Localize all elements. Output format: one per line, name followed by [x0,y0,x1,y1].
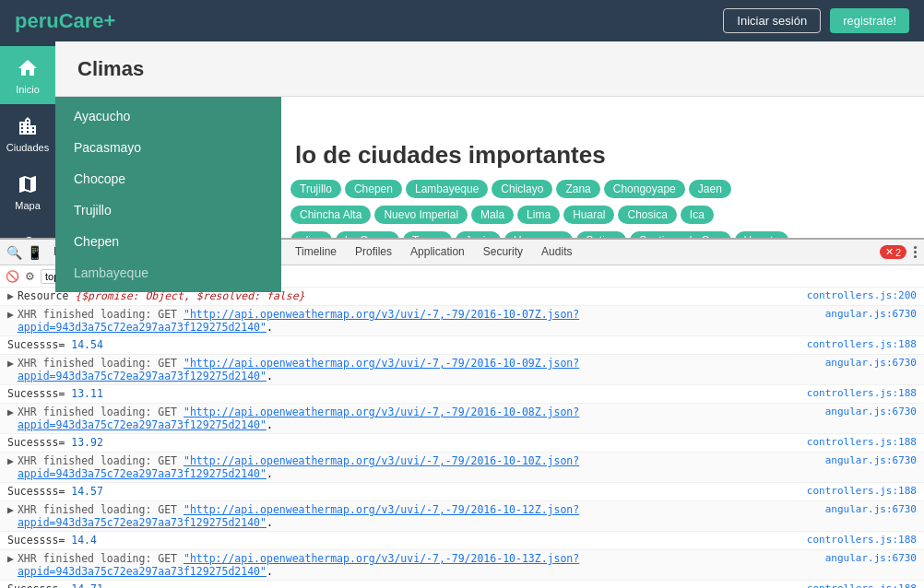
register-button[interactable]: registrate! [830,8,909,33]
chip-zana[interactable]: Zana [556,180,599,198]
sidebar-item-mapa[interactable]: Mapa [0,162,55,220]
tab-application[interactable]: Application [401,241,474,264]
log-source[interactable]: angular.js:6730 [825,454,917,466]
log-entry-success-1: Sucessss= 14.54 controllers.js:188 [0,336,924,355]
logo-suffix: + [104,9,116,32]
log-entry-success-3: Sucessss= 13.92 controllers.js:188 [0,434,924,453]
chip-chepen[interactable]: Chepen [345,180,402,198]
sidebar-item-ciudades-label: Ciudades [6,142,49,153]
login-button[interactable]: Iniciar sesión [723,8,821,33]
log-source[interactable]: controllers.js:188 [807,436,917,448]
console-log-area: ▶ Resource {$promise: Object, $resolved:… [0,288,924,588]
logo-prefix: peru [15,9,59,32]
sidebar-item-mapa-label: Mapa [15,200,41,211]
log-arrow[interactable]: ▶ [7,552,14,565]
chip-chincha-alta[interactable]: Chincha Alta [290,206,371,224]
log-entry-xhr-4: ▶ XHR finished loading: GET "http://api.… [0,453,924,483]
log-source[interactable]: controllers.js:188 [807,485,917,497]
dropdown-item-lambayeque[interactable]: Lambayeque [55,257,281,288]
tab-profiles[interactable]: Profiles [346,241,401,264]
cities-icon [15,113,41,139]
devtools-inspect-icon[interactable]: 🔍 [4,242,24,263]
log-message: Sucessss= 14.57 [7,485,800,498]
log-message: Sucessss= 14.71 [7,582,800,588]
log-source[interactable]: angular.js:6730 [825,406,917,417]
chip-nuevo-imperial[interactable]: Nuevo Imperial [374,206,468,224]
logo-highlight: Care [59,9,104,32]
log-entry-success-5: Sucessss= 14.4 controllers.js:188 [0,532,924,550]
log-entry-xhr-2: ▶ XHR finished loading: GET "http://api.… [0,355,924,385]
log-arrow[interactable]: ▶ [7,357,14,370]
log-source[interactable]: controllers.js:188 [807,534,917,546]
dropdown-item-ayacucho[interactable]: Ayacucho [55,100,281,132]
console-clear-icon[interactable]: 🚫 [6,270,19,283]
log-entry-xhr-1: ▶ XHR finished loading: GET "http://api.… [0,306,924,336]
page-subtitle: lo de ciudades importantes [295,141,606,170]
chip-jaen[interactable]: Jaen [689,180,731,198]
dropdown-item-chocope[interactable]: Chocope [55,163,281,194]
log-message: XHR finished loading: GET "http://api.op… [18,552,818,578]
log-message: XHR finished loading: GET "http://api.op… [18,308,818,334]
log-source[interactable]: angular.js:6730 [825,503,917,515]
header-buttons: Iniciar sesión registrate! [723,8,909,33]
log-arrow[interactable]: ▶ [7,308,14,321]
console-filter-icon[interactable]: ⚙ [25,270,35,283]
chip-lambayeque[interactable]: Lambayeque [406,180,488,198]
log-message: XHR finished loading: GET "http://api.op… [18,454,818,480]
log-message: XHR finished loading: GET "http://api.op… [18,406,818,431]
chip-chiclayo[interactable]: Chiclayo [492,180,552,198]
page-title: Climas [77,57,144,81]
chip-ica[interactable]: Ica [681,206,714,224]
city-dropdown: Ayacucho Pacasmayo Chocope Trujillo Chep… [55,97,281,292]
error-x-icon: ✕ [885,246,894,258]
log-entry-success-6: Sucessss= 14.71 controllers.js:188 [0,581,924,588]
chip-lima[interactable]: Lima [517,206,560,224]
chip-trujillo[interactable]: Trujillo [290,180,341,198]
log-message: Sucessss= 13.92 [7,436,800,449]
log-source[interactable]: angular.js:6730 [825,308,917,320]
log-entry-xhr-5: ▶ XHR finished loading: GET "http://api.… [0,501,924,532]
chip-mala[interactable]: Mala [471,206,514,224]
tab-audits[interactable]: Audits [532,241,581,264]
log-message: Sucessss= 13.11 [7,387,800,400]
log-entry-success-4: Sucessss= 14.57 controllers.js:188 [0,483,924,501]
chip-chongoyape[interactable]: Chongoyape [604,180,685,198]
tab-timeline[interactable]: Timeline [286,241,346,264]
dropdown-item-chepen[interactable]: Chepen [55,226,281,257]
log-source[interactable]: controllers.js:200 [807,289,917,301]
dropdown-item-trujillo[interactable]: Trujillo [55,194,281,226]
page-title-bar: Climas [55,41,924,97]
log-entry-success-2: Sucessss= 13.11 controllers.js:188 [0,385,924,404]
chip-chosica[interactable]: Chosica [618,206,676,224]
log-source[interactable]: controllers.js:188 [807,387,917,399]
log-source[interactable]: angular.js:6730 [825,357,917,369]
log-entry-xhr-6: ▶ XHR finished loading: GET "http://api.… [0,550,924,581]
log-message: Sucessss= 14.54 [7,338,800,351]
sidebar-item-inicio-label: Inicio [16,84,40,95]
chip-row-2: Chincha Alta Nuevo Imperial Mala Lima Hu… [290,206,915,224]
sidebar-item-ciudades[interactable]: Ciudades [0,104,55,162]
log-entry-xhr-3: ▶ XHR finished loading: GET "http://api.… [0,404,924,434]
log-source[interactable]: angular.js:6730 [825,552,917,564]
log-arrow[interactable]: ▶ [7,406,14,418]
header: peruCare+ Iniciar sesión registrate! [0,0,924,41]
map-icon [15,171,41,197]
logo: peruCare+ [15,9,115,33]
log-message: Sucessss= 14.4 [7,534,800,547]
chip-row-1: Trujillo Chepen Lambayeque Chiclayo Zana… [290,180,915,198]
log-source[interactable]: controllers.js:188 [807,582,917,588]
chip-huaral[interactable]: Huaral [563,206,614,224]
devtools-more-icon[interactable] [910,246,920,258]
log-arrow[interactable]: ▶ [7,503,14,516]
error-badge: ✕ 2 [880,245,906,259]
log-message: XHR finished loading: GET "http://api.op… [18,357,818,382]
tab-security[interactable]: Security [474,241,532,264]
devtools-responsive-icon[interactable]: 📱 [24,242,44,263]
devtools-right-controls: ✕ 2 [880,245,920,259]
log-arrow[interactable]: ▶ [7,454,14,467]
log-source[interactable]: controllers.js:188 [807,338,917,350]
dropdown-item-pacasmayo[interactable]: Pacasmayo [55,132,281,163]
sidebar-item-inicio[interactable]: Inicio [0,46,55,104]
log-arrow[interactable]: ▶ [7,289,14,302]
log-message: XHR finished loading: GET "http://api.op… [18,503,818,529]
